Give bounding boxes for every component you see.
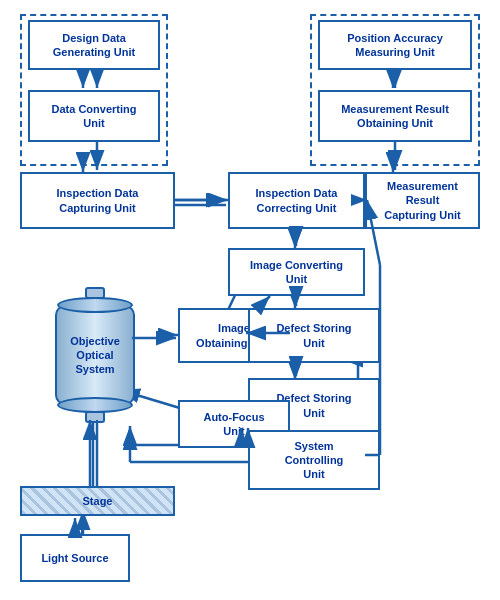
position-accuracy-measuring-unit: Position Accuracy Measuring Unit: [318, 20, 472, 70]
data-converting-unit: Data Converting Unit: [28, 90, 160, 142]
inspection-data-correcting-unit: Inspection Data Correcting Unit: [228, 172, 365, 229]
measurement-result-obtaining-label: Measurement Result Obtaining Unit: [341, 102, 449, 131]
inspection-data-capturing-unit: Inspection Data Capturing Unit: [20, 172, 175, 229]
measurement-result-capturing-unit: Measurement Result Capturing Unit: [365, 172, 480, 229]
defect-storing-1-label: Defect Storing Unit: [276, 321, 351, 350]
data-converting-label: Data Converting Unit: [52, 102, 137, 131]
diagram: Design Data Generating Unit Data Convert…: [0, 0, 500, 600]
light-source-label: Light Source: [41, 552, 108, 564]
design-data-label: Design Data Generating Unit: [53, 31, 136, 60]
inspection-data-capturing-label: Inspection Data Capturing Unit: [57, 186, 139, 215]
svg-line-39: [258, 296, 270, 308]
position-accuracy-label: Position Accuracy Measuring Unit: [347, 31, 443, 60]
stage-label: Stage: [83, 495, 113, 507]
system-controlling-unit: System Controlling Unit: [248, 430, 380, 490]
defect-storing-unit-1: Defect Storing Unit: [248, 308, 380, 363]
light-source: Light Source: [20, 534, 130, 582]
image-converting-unit: Image Converting Unit: [228, 248, 365, 296]
measurement-result-capturing-label: Measurement Result Capturing Unit: [384, 179, 460, 222]
design-data-generating-unit: Design Data Generating Unit: [28, 20, 160, 70]
system-controlling-label: System Controlling Unit: [285, 439, 344, 482]
stage: Stage: [20, 486, 175, 516]
inspection-data-correcting-label: Inspection Data Correcting Unit: [256, 186, 338, 215]
measurement-result-obtaining-unit: Measurement Result Obtaining Unit: [318, 90, 472, 142]
objective-optical-system: Objective Optical System: [40, 295, 150, 415]
objective-optical-label: Objective Optical System: [70, 334, 120, 377]
image-converting-label: Image Converting Unit: [250, 258, 343, 287]
